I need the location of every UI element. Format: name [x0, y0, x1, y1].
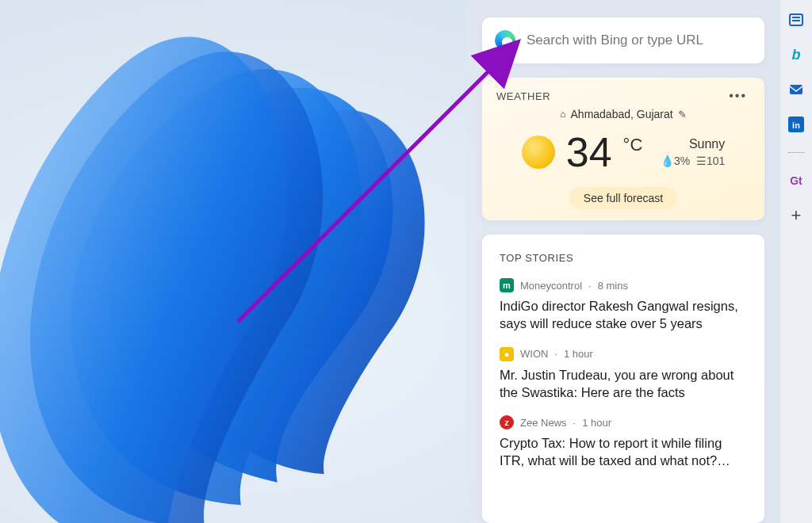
edge-icon [495, 30, 515, 51]
see-full-forecast-link[interactable]: See full forecast [569, 187, 677, 209]
story-headline: Mr. Justin Trudeau, you are wrong about … [500, 366, 747, 402]
bing-icon[interactable]: b [787, 46, 805, 63]
weather-main: 34 °C Sunny 💧3% ☰101 [496, 127, 750, 181]
top-stories-title: TOP STORIES [500, 252, 747, 264]
story-source: Moneycontrol [520, 280, 582, 292]
right-rail: b in Gt + [780, 0, 812, 523]
weather-details: 💧3% ☰101 [661, 155, 725, 167]
weather-card[interactable]: WEATHER ••• ⌂ Ahmadabad, Gujarat ✎ 34 °C… [482, 78, 764, 220]
top-stories-card: TOP STORIES m Moneycontrol · 8 mins Indi… [482, 235, 764, 523]
news-icon[interactable] [787, 11, 805, 29]
svg-text:in: in [792, 120, 800, 130]
weather-temperature: 34 [566, 128, 612, 176]
search-card[interactable] [482, 17, 764, 63]
add-widget-icon[interactable]: + [787, 207, 805, 224]
gt-icon[interactable]: Gt [787, 172, 805, 189]
edit-location-icon[interactable]: ✎ [678, 109, 687, 120]
weather-location[interactable]: ⌂ Ahmadabad, Gujarat ✎ [496, 108, 750, 120]
sun-icon [522, 136, 555, 169]
source-badge: ● [500, 347, 514, 361]
weather-more-icon[interactable]: ••• [726, 89, 750, 103]
weather-title: WEATHER [496, 90, 550, 102]
story-headline: Crypto Tax: How to report it while filin… [500, 434, 747, 470]
rail-divider [787, 152, 805, 153]
outlook-icon[interactable] [787, 81, 805, 98]
story-headline: IndiGo director Rakesh Gangwal resigns, … [500, 297, 747, 333]
story-source: Zee News [520, 417, 567, 429]
location-marker-icon: ⌂ [560, 109, 565, 120]
story-item[interactable]: ● WION · 1 hour Mr. Justin Trudeau, you … [500, 347, 747, 402]
story-source: WION [520, 348, 548, 360]
weather-location-text: Ahmadabad, Gujarat [571, 108, 673, 120]
widgets-panel: WEATHER ••• ⌂ Ahmadabad, Gujarat ✎ 34 °C… [466, 0, 780, 523]
weather-unit: °C [623, 135, 643, 155]
source-badge: z [500, 415, 514, 429]
weather-condition: Sunny [689, 137, 725, 151]
story-item[interactable]: z Zee News · 1 hour Crypto Tax: How to r… [500, 415, 747, 470]
story-age: 8 mins [598, 280, 628, 292]
story-age: 1 hour [564, 348, 593, 360]
story-item[interactable]: m Moneycontrol · 8 mins IndiGo director … [500, 278, 747, 333]
linkedin-icon[interactable]: in [787, 116, 805, 133]
source-badge: m [500, 278, 514, 292]
svg-rect-4 [790, 85, 802, 94]
story-age: 1 hour [582, 417, 611, 429]
search-input[interactable] [527, 32, 752, 48]
